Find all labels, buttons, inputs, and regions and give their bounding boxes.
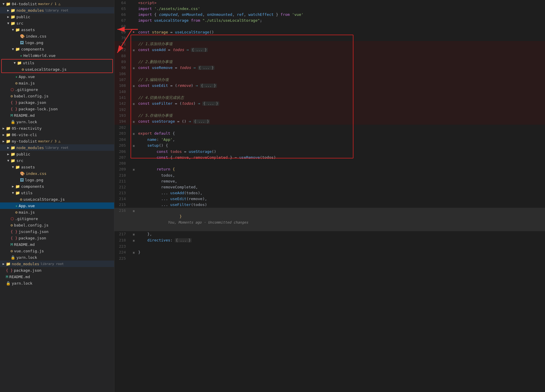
table-row: 212 removeCompleted,: [114, 184, 545, 190]
spacer: ▶: [6, 256, 11, 259]
table-row: 214 ... useEdit(remove),: [114, 196, 545, 202]
sidebar-item-babelconfig-2[interactable]: ▶ ⚙ babel.config.js: [0, 222, 114, 228]
sidebar-item-readmemd-1[interactable]: ▶ M README.md: [0, 112, 114, 119]
sidebar-item-yarnlock-2[interactable]: ▶ 🔒 yarn.lock: [0, 254, 114, 261]
sidebar-item-vueconfigjs-2[interactable]: ▶ ⚙ vue.config.js: [0, 248, 114, 254]
sidebar-item-readmemd-2[interactable]: ▶ M README.md: [0, 241, 114, 248]
table-row: 208: [114, 160, 545, 166]
fold-icon[interactable]: ▣: [133, 102, 135, 105]
fold-icon[interactable]: ▣: [133, 66, 135, 70]
fold-icon[interactable]: ▣: [133, 209, 135, 212]
table-row: 202: [114, 125, 545, 131]
table-row: 218 ▣ directives: { ... }: [114, 237, 545, 244]
fold-icon[interactable]: ▣: [133, 84, 135, 87]
spacer: ▶: [17, 67, 22, 71]
sidebar-item-components-2[interactable]: ▶ 📁 components: [0, 183, 114, 190]
js-icon: ⚙: [11, 223, 13, 227]
item-label: logo.png: [25, 40, 43, 45]
sidebar-item-06vitecli[interactable]: ▶ 📁 06-vite-cli: [0, 131, 114, 138]
table-row: 66 import { computed, onMounted, onUnmou…: [114, 12, 545, 18]
fold-icon[interactable]: ▣: [133, 120, 135, 123]
json-icon: { }: [11, 236, 17, 240]
sidebar-item-readmemd-3[interactable]: ▶ M README.md: [0, 273, 114, 280]
line-content: export default {: [137, 131, 545, 137]
sidebar-item-indexcss-1[interactable]: ▶ 🎨 index.css: [0, 33, 114, 39]
sidebar-item-assets-2[interactable]: ▼ 📁 assets: [0, 164, 114, 170]
sidebar-item-packagelockjson-1[interactable]: ▶ { } package-lock.json: [0, 106, 114, 112]
sidebar-item-assets-1[interactable]: ▼ 📁 assets: [0, 26, 114, 33]
sidebar-item-uselocalstorage-2[interactable]: ▶ ⚙ useLocalStorage.js: [0, 196, 114, 202]
sidebar-item-components-1[interactable]: ▼ 📁 components: [0, 46, 114, 52]
item-label: yarn.lock: [16, 255, 37, 260]
sidebar-item-jsconfigjson-2[interactable]: ▶ { } jsconfig.json: [0, 228, 114, 235]
fold-icon[interactable]: ▣: [133, 251, 135, 254]
sidebar-item-mytodolist[interactable]: ▶ 📁 my-todolist master / 3 △: [0, 138, 114, 144]
json-icon: { }: [11, 107, 17, 111]
sidebar-item-05reactivity[interactable]: ▶ 📁 05-reactivity: [0, 125, 114, 131]
item-label: main.js: [19, 210, 35, 214]
table-row: 209 ▣ return {: [114, 166, 545, 173]
fold-icon[interactable]: ▣: [133, 233, 135, 236]
sidebar-item-public-1[interactable]: ▶ 📁 public: [0, 13, 114, 20]
sidebar-item-node-modules-3[interactable]: ▶ 📁 node_modules library root: [0, 261, 114, 267]
sidebar-item-logopng-1[interactable]: ▶ 🖼 logo.png: [0, 39, 114, 46]
sidebar-item-uselocalstorage-1[interactable]: ▶ ⚙ useLocalStorage.js: [2, 66, 112, 72]
line-gutter: ▣: [131, 143, 137, 149]
sidebar-item-packagejson-3[interactable]: ▶ { } package.json: [0, 267, 114, 273]
line-content: todos,: [137, 173, 545, 178]
expand-arrow: ▶: [1, 262, 6, 266]
line-content: // 3.编辑待办项: [137, 77, 545, 83]
sidebar-item-gitignore-1[interactable]: ▶ ⬡ .gitignore: [0, 86, 114, 93]
css-icon: 🎨: [20, 171, 25, 176]
sidebar-item-packagejson-2[interactable]: ▶ { } package.json: [0, 235, 114, 241]
spacer: ▶: [6, 223, 11, 227]
fold-icon[interactable]: ▣: [133, 132, 135, 135]
sidebar-item-mainjs-1[interactable]: ▶ ⚙ main.js: [0, 80, 114, 86]
sidebar-item-src-2[interactable]: ▼ 📁 src: [0, 157, 114, 164]
sidebar-item-public-2[interactable]: ▶ 📁 public: [0, 151, 114, 157]
line-content: [137, 89, 545, 95]
sidebar-item-gitignore-2[interactable]: ▶ ⬡ .gitignore: [0, 215, 114, 222]
expand-arrow: ▼: [11, 191, 15, 195]
spacer: ▶: [11, 81, 15, 85]
line-content: [137, 125, 545, 131]
line-number: 65: [114, 6, 131, 12]
root-folder-04todolist[interactable]: ▼ 📁 04-todolist master / 1 △: [0, 1, 114, 7]
sidebar-item-logopng-2[interactable]: ▶ 🖼 logo.png: [0, 177, 114, 183]
folder-icon: 📁: [11, 158, 15, 163]
sidebar-item-yarnlock-3[interactable]: ▶ 🔒 yarn.lock: [0, 280, 114, 286]
item-label: README.md: [9, 275, 30, 279]
sidebar-item-indexcss-2[interactable]: ▶ 🎨 index.css: [0, 170, 114, 177]
sidebar-item-utils-1[interactable]: ▼ 📁 utils: [2, 60, 112, 66]
sidebar-item-node-modules-1[interactable]: ▶ 📁 node_modules library root: [0, 7, 114, 13]
sidebar-item-node-modules-2[interactable]: ▶ 📁 node_modules library root: [0, 144, 114, 151]
line-number: 193: [114, 113, 131, 119]
sidebar-item-utils-2[interactable]: ▼ 📁 utils: [0, 190, 114, 196]
sidebar-item-mainjs-2[interactable]: ▶ ⚙ main.js: [0, 209, 114, 215]
line-gutter: [131, 23, 137, 29]
sidebar-item-packagejson-1[interactable]: ▶ { } package.json: [0, 99, 114, 106]
sidebar-item-appvue-2[interactable]: ▶ ✦ App.vue: [0, 202, 114, 209]
item-label: vue.config.js: [14, 249, 44, 253]
sidebar-item-appvue-1[interactable]: ▶ ✦ App.vue: [0, 73, 114, 80]
item-label: node_modules: [16, 146, 44, 150]
table-row: 89 // 2.删除待办事项: [114, 59, 545, 65]
item-label: package.json: [14, 268, 41, 273]
item-label: README.md: [14, 242, 35, 247]
sidebar-item-src-1[interactable]: ▼ 📁 src: [0, 20, 114, 26]
line-gutter: ▣: [131, 47, 137, 53]
spacer: ▶: [11, 210, 15, 214]
fold-icon[interactable]: ▣: [133, 168, 135, 171]
line-gutter: [131, 149, 137, 155]
item-label: useLocalStorage.js: [25, 67, 67, 72]
line-gutter: [131, 71, 137, 77]
fold-icon[interactable]: ▣: [133, 48, 135, 52]
sidebar-item-yarnlock-1[interactable]: ▶ 🔒 yarn.lock: [0, 119, 114, 125]
fold-icon[interactable]: ▣: [133, 239, 135, 242]
sidebar-item-helloworld-1[interactable]: ▶ ✦ HelloWorld.vue: [0, 52, 114, 59]
item-label: package.json: [18, 100, 46, 105]
fold-icon[interactable]: ▣: [133, 144, 135, 147]
line-number: 194: [114, 119, 131, 125]
sidebar-item-babelconfig-1[interactable]: ▶ ⚙ babel.config.js: [0, 93, 114, 99]
png-icon: 🖼: [20, 40, 24, 45]
